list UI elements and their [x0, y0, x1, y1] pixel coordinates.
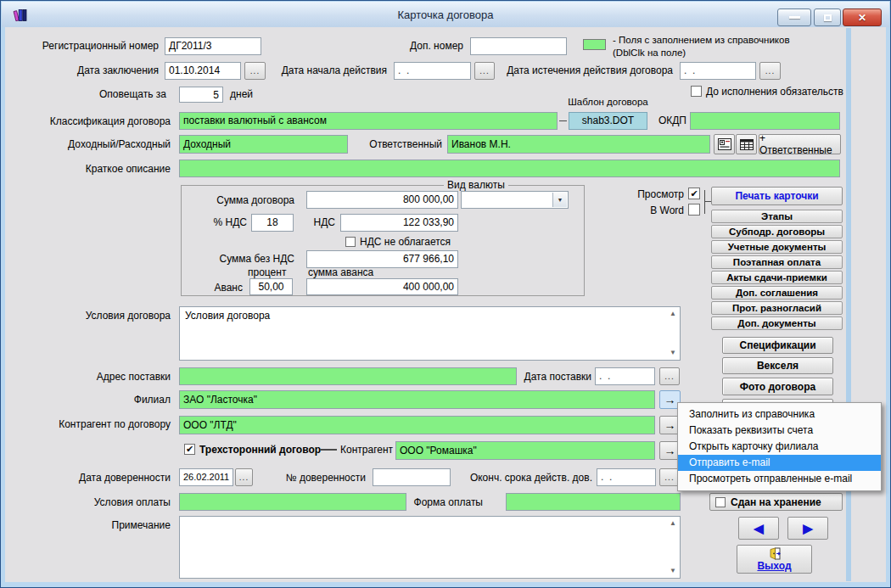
advance-sum-field[interactable]: 400 000,00 [306, 278, 458, 295]
maximize-button[interactable] [814, 8, 841, 26]
scroll-down-icon[interactable]: ▼ [670, 568, 676, 574]
poa-number-field[interactable] [373, 468, 451, 486]
income-type-label: Доходный/Расходный [8, 138, 171, 150]
close-button[interactable]: ✕ [843, 8, 882, 26]
menu-item-send-email[interactable]: Отправить e-mail [678, 455, 881, 471]
tripartite-connector-line [320, 449, 337, 451]
contractor-label: Контрагент по договору [8, 418, 171, 430]
delivery-date-field[interactable]: . . [595, 367, 655, 385]
okdp-label: ОКДП [651, 115, 686, 126]
branch-field[interactable]: ЗАО "Ласточка" [179, 390, 655, 409]
menu-item-open-branch-card[interactable]: Открыть карточку филиала [678, 439, 881, 455]
vat-label: НДС [305, 216, 335, 228]
short-description-field[interactable] [179, 160, 840, 177]
payment-terms-label: Условия оплаты [25, 496, 171, 508]
contractor2-label: Контрагент [340, 444, 393, 456]
preview-checkbox[interactable]: ✔ [688, 188, 700, 199]
menu-item-fill-from-reference[interactable]: Заполнить из справочника [678, 406, 881, 423]
agreements-button[interactable]: Доп. соглашения [711, 286, 843, 300]
delivery-address-field[interactable] [179, 367, 517, 385]
expiry-date-field[interactable]: . . [680, 62, 756, 80]
contract-sum-field[interactable]: 800 000,00 [306, 191, 458, 209]
bills-button[interactable]: Векселя [722, 357, 833, 374]
poa-expiry-label: Оконч. срока действ. дов. [459, 472, 592, 484]
ellipsis-icon: ... [479, 66, 489, 76]
vat-percent-field[interactable]: 18 [251, 214, 294, 232]
contract-photo-button[interactable]: Фото договора [722, 378, 833, 395]
menu-item-show-account-details[interactable]: Показать реквизиты счета [678, 423, 881, 439]
legend-line1: - Поля с заполнением из справочников [613, 35, 790, 45]
template-label: Шаблон договора [563, 97, 653, 107]
word-checkbox[interactable] [688, 204, 700, 216]
stages-button[interactable]: Этапы [711, 210, 843, 223]
scroll-down-icon[interactable]: ▼ [670, 350, 676, 356]
storage-panel[interactable]: Сдан на хранение [709, 493, 843, 511]
template-field[interactable]: shab3.DOT [569, 112, 647, 130]
currency-group-caption: Вид валюты [444, 179, 508, 191]
until-obligations-checkbox[interactable] [691, 86, 702, 97]
minimize-button[interactable] [777, 8, 811, 26]
responsible-table-button[interactable] [736, 134, 757, 154]
payment-terms-field[interactable] [179, 493, 406, 511]
prev-record-button[interactable]: ◀ [738, 517, 779, 540]
delivery-date-browse-button[interactable]: ... [659, 367, 680, 385]
vat-exempt-checkbox[interactable] [345, 237, 356, 247]
vat-field[interactable]: 122 033,90 [340, 214, 458, 232]
subcontracts-button[interactable]: Субподр. договоры [711, 225, 843, 238]
start-date-browse-button[interactable]: ... [474, 62, 495, 80]
poa-date-browse-button[interactable]: ... [235, 468, 253, 486]
poa-number-label: № доверенности [262, 472, 366, 484]
expiry-date-browse-button[interactable]: ... [759, 62, 781, 80]
exit-button[interactable]: Выход [737, 545, 812, 574]
tripartite-label: Трехсторонний договор [199, 444, 321, 456]
right-arrow-icon: → [664, 444, 676, 457]
storage-checkbox[interactable] [715, 497, 726, 507]
contractor-field[interactable]: ООО "ЛТД" [179, 416, 655, 434]
next-record-button[interactable]: ▶ [787, 517, 828, 540]
extra-docs-button[interactable]: Доп. документы [711, 316, 843, 330]
add-responsible-button[interactable]: + Ответственные [759, 134, 841, 154]
specifications-button[interactable]: Спецификации [722, 337, 833, 354]
menu-item-view-sent-emails[interactable]: Просмотреть отправленные e-mail [678, 471, 881, 487]
responsible-field[interactable]: Иванов М.Н. [447, 135, 710, 154]
classification-field[interactable]: поставки валютный с авансом [179, 112, 558, 130]
preview-label: Просмотр [623, 188, 684, 200]
acceptance-acts-button[interactable]: Акты сдачи-приемки [711, 271, 843, 284]
advance-percent-field[interactable]: 50,00 [249, 278, 293, 295]
titlebar[interactable]: Карточка договора ✕ [2, 2, 889, 27]
poa-expiry-field[interactable]: . . [597, 468, 656, 486]
payment-form-field[interactable] [506, 493, 681, 511]
branch-context-menu: Заполнить из справочника Показать реквиз… [677, 402, 882, 491]
screen: Карточка договора ✕ Регистрационный номе… [0, 0, 891, 588]
scroll-up-icon[interactable]: ▲ [670, 311, 676, 317]
responsible-card-button[interactable] [714, 134, 735, 154]
note-textarea[interactable]: ▲ ▼ [179, 516, 681, 579]
staged-payment-button[interactable]: Поэтапная оплата [711, 255, 843, 269]
word-label: В Word [636, 204, 684, 216]
contractor2-field[interactable]: ООО "Ромашка" [395, 441, 655, 460]
conclusion-date-browse-button[interactable]: ... [244, 62, 266, 80]
card-icon [718, 138, 731, 150]
notify-days-field[interactable]: 5 [179, 87, 223, 103]
terms-textarea[interactable]: Условия договора ▲ ▼ [179, 306, 681, 361]
conclusion-date-field[interactable]: 01.10.2014 [165, 62, 241, 80]
dop-number-field[interactable] [470, 37, 567, 55]
storage-label: Сдан на хранение [731, 496, 821, 508]
reg-number-field[interactable]: ДГ2011/3 [165, 37, 261, 55]
expiry-date-label: Дата истечения действия договора [502, 64, 673, 76]
sum-no-vat-field[interactable]: 677 966,10 [306, 250, 458, 268]
start-date-field[interactable]: . . [394, 62, 471, 80]
income-type-field[interactable]: Доходный [179, 135, 348, 154]
tripartite-checkbox[interactable]: ✔ [184, 444, 195, 455]
poa-date-label: Дата доверенности [25, 472, 171, 484]
print-card-button[interactable]: Печать карточки [711, 187, 843, 205]
dropdown-button[interactable]: ▼ [552, 193, 567, 207]
reference-field-swatch [583, 39, 606, 50]
poa-date-field[interactable]: 26.02.2011 [179, 468, 233, 486]
print-bracket-vline [704, 190, 705, 214]
accounting-docs-button[interactable]: Учетные документы [711, 240, 843, 254]
okdp-field[interactable] [690, 112, 840, 130]
currency-combobox[interactable]: Рубль ▼ [461, 191, 569, 209]
disagreement-protocol-button[interactable]: Прот. разногласий [711, 301, 843, 315]
scroll-up-icon[interactable]: ▲ [670, 520, 676, 527]
